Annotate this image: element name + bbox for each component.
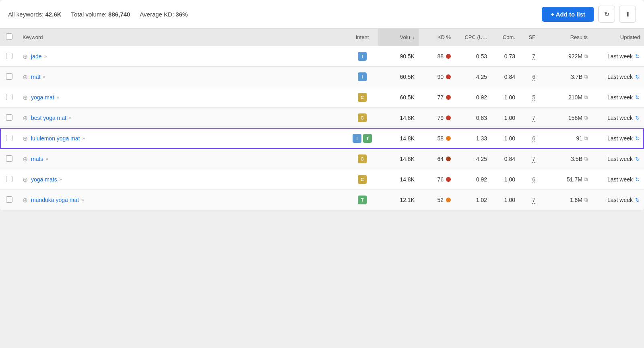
row-updated-cell: Last week ↻ xyxy=(592,46,644,67)
volume-value: 60.5K xyxy=(400,74,415,80)
row-checkbox-cell xyxy=(0,149,19,169)
keyword-link[interactable]: ⊕ manduka yoga mat » xyxy=(23,196,342,204)
col-header-updated: Updated xyxy=(592,29,644,46)
row-cpc-cell: 1.02 xyxy=(455,190,491,210)
keyword-link[interactable]: ⊕ best yoga mat » xyxy=(23,114,342,122)
row-checkbox[interactable] xyxy=(6,135,12,141)
row-checkbox[interactable] xyxy=(6,94,12,100)
select-all-checkbox[interactable] xyxy=(6,33,12,40)
row-refresh-icon[interactable]: ↻ xyxy=(635,197,640,203)
keyword-arrows-icon: » xyxy=(44,54,47,59)
row-updated-cell: Last week ↻ xyxy=(592,149,644,169)
com-value: 0.84 xyxy=(504,74,515,80)
row-checkbox[interactable] xyxy=(6,196,12,203)
intent-group: C xyxy=(350,154,374,163)
table-row: ⊕ yoga mat » C 60.5K 77 0.92 1.00 5 xyxy=(0,87,644,108)
results-value: 922M xyxy=(568,53,582,60)
keyword-link[interactable]: ⊕ yoga mat » xyxy=(23,94,342,101)
results-value: 1.6M xyxy=(570,197,582,203)
keyword-text: jade xyxy=(31,53,41,60)
row-kd-cell: 88 xyxy=(419,46,455,67)
row-checkbox[interactable] xyxy=(6,176,12,182)
row-intent-cell: C xyxy=(346,108,378,128)
intent-badge-i: I xyxy=(358,52,367,61)
row-checkbox[interactable] xyxy=(6,53,12,59)
row-checkbox[interactable] xyxy=(6,155,12,162)
row-refresh-icon[interactable]: ↻ xyxy=(635,176,640,183)
col-header-volume[interactable]: Volu ↓ xyxy=(378,29,419,46)
add-keyword-icon: ⊕ xyxy=(23,135,28,142)
col-header-cpc: CPC (U... xyxy=(455,29,491,46)
results-search-icon: ⧉ xyxy=(584,115,588,121)
table-header-row: Keyword Intent Volu ↓ KD % CPC (U... xyxy=(0,29,644,46)
row-cpc-cell: 4.25 xyxy=(455,67,491,87)
row-intent-cell: IT xyxy=(346,128,378,149)
kd-group: 58 xyxy=(423,135,451,142)
row-sf-cell: 7 xyxy=(519,108,539,128)
updated-group: Last week ↻ xyxy=(596,94,640,101)
keyword-link[interactable]: ⊕ lululemon yoga mat » xyxy=(23,135,342,142)
keyword-link[interactable]: ⊕ yoga mats » xyxy=(23,176,342,183)
keyword-arrows-icon: » xyxy=(60,177,62,182)
row-refresh-icon[interactable]: ↻ xyxy=(635,94,640,101)
row-kd-cell: 77 xyxy=(419,87,455,108)
volume-value: 12.1K xyxy=(400,197,415,203)
row-com-cell: 1.00 xyxy=(491,128,519,149)
row-checkbox[interactable] xyxy=(6,114,12,121)
updated-group: Last week ↻ xyxy=(596,53,640,60)
row-refresh-icon[interactable]: ↻ xyxy=(635,74,640,80)
intent-badge-c: C xyxy=(358,154,367,163)
keyword-link[interactable]: ⊕ mat » xyxy=(23,73,342,81)
updated-text: Last week xyxy=(607,156,633,162)
results-group: 91 ⧉ xyxy=(543,135,588,142)
row-results-cell: 922M ⧉ xyxy=(539,46,592,67)
volume-value: 14.8K xyxy=(400,135,415,142)
row-checkbox[interactable] xyxy=(6,73,12,80)
kd-group: 79 xyxy=(423,115,451,121)
keyword-link[interactable]: ⊕ mats » xyxy=(23,155,342,163)
row-keyword-cell: ⊕ yoga mats » xyxy=(19,169,346,190)
row-sf-cell: 6 xyxy=(519,67,539,87)
kd-value: 76 xyxy=(437,176,444,183)
keyword-link[interactable]: ⊕ jade » xyxy=(23,53,342,60)
refresh-button[interactable]: ↻ xyxy=(598,6,615,23)
cpc-value: 4.25 xyxy=(476,74,487,80)
row-volume-cell: 12.1K xyxy=(378,190,419,210)
row-checkbox-cell xyxy=(0,190,19,210)
add-to-list-button[interactable]: + Add to list xyxy=(542,7,594,22)
results-group: 922M ⧉ xyxy=(543,53,588,60)
row-kd-cell: 76 xyxy=(419,169,455,190)
row-refresh-icon[interactable]: ↻ xyxy=(635,115,640,121)
table-row: ⊕ best yoga mat » C 14.8K 79 0.83 1.00 7 xyxy=(0,108,644,128)
row-refresh-icon[interactable]: ↻ xyxy=(635,156,640,162)
row-results-cell: 51.7M ⧉ xyxy=(539,169,592,190)
row-com-cell: 1.00 xyxy=(491,190,519,210)
main-container: All keywords: 42.6K Total volume: 886,74… xyxy=(0,0,644,210)
intent-badge-t: T xyxy=(363,134,372,143)
row-intent-cell: C xyxy=(346,87,378,108)
row-cpc-cell: 1.33 xyxy=(455,128,491,149)
intent-group: C xyxy=(350,175,374,184)
export-button[interactable]: ⬆ xyxy=(619,6,636,23)
kd-group: 76 xyxy=(423,176,451,183)
add-keyword-icon: ⊕ xyxy=(23,73,28,81)
intent-badge-c: C xyxy=(358,113,367,122)
table-row: ⊕ mats » C 14.8K 64 4.25 0.84 7 xyxy=(0,149,644,169)
results-value: 3.5B xyxy=(571,156,582,162)
results-group: 158M ⧉ xyxy=(543,115,588,121)
kd-dot xyxy=(446,54,451,59)
row-com-cell: 0.73 xyxy=(491,46,519,67)
row-refresh-icon[interactable]: ↻ xyxy=(635,53,640,60)
row-intent-cell: I xyxy=(346,67,378,87)
results-search-icon: ⧉ xyxy=(584,176,588,183)
updated-group: Last week ↻ xyxy=(596,156,640,162)
intent-group: IT xyxy=(350,134,374,143)
sf-value: 6 xyxy=(532,74,535,80)
com-value: 0.84 xyxy=(504,156,515,162)
row-sf-cell: 7 xyxy=(519,190,539,210)
intent-badge-i: I xyxy=(358,72,367,81)
sf-value: 7 xyxy=(532,197,535,203)
row-refresh-icon[interactable]: ↻ xyxy=(635,135,640,142)
kd-group: 64 xyxy=(423,156,451,162)
results-search-icon: ⧉ xyxy=(584,53,588,60)
